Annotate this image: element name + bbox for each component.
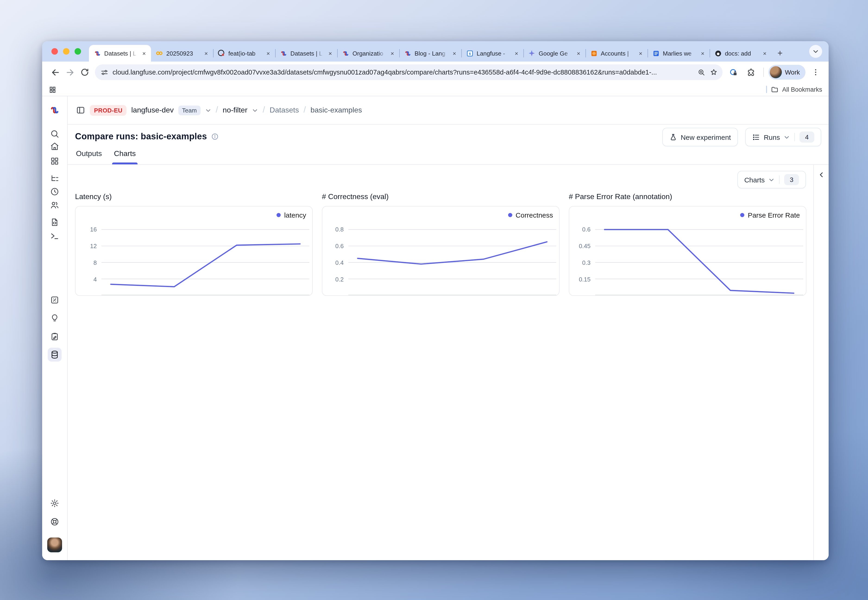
browser-menu-kebab-icon[interactable]: [808, 65, 823, 80]
y-tick-label: 0.8: [322, 226, 344, 233]
chart-legend: Correctness: [508, 211, 553, 219]
tab-close-icon[interactable]: ×: [699, 50, 706, 57]
sidebar-item-insights[interactable]: [48, 311, 62, 325]
page-header: Compare runs: basic-examples New experim…: [68, 124, 829, 148]
sidebar-item-support[interactable]: [48, 515, 62, 529]
minimize-window-button[interactable]: [63, 48, 70, 55]
view-tabs: Outputs Charts: [68, 148, 829, 165]
chart-card[interactable]: Parse Error Rate 0.60.450.30.15: [569, 206, 806, 296]
browser-tab[interactable]: Organizatio ×: [337, 45, 399, 62]
chart-card[interactable]: latency 161284: [75, 206, 313, 296]
tab-close-icon[interactable]: ×: [637, 50, 644, 57]
new-experiment-label: New experiment: [681, 133, 731, 141]
tab-close-icon[interactable]: ×: [140, 50, 148, 57]
sidebar-item-sessions[interactable]: [48, 185, 62, 198]
tab-close-icon[interactable]: ×: [264, 50, 272, 57]
browser-tab[interactable]: Blog - Lang ×: [399, 45, 461, 62]
tab-close-icon[interactable]: ×: [761, 50, 768, 57]
browser-tab[interactable]: 20250923 ×: [151, 45, 213, 62]
sidebar-item-search[interactable]: [48, 127, 62, 141]
org-chevron-down-icon[interactable]: [205, 107, 211, 113]
charts-panel: Charts 3 Latency (s) latency 161284 # Co…: [68, 165, 813, 560]
charts-selector-button[interactable]: Charts 3: [737, 171, 806, 188]
browser-tab[interactable]: Google Ge ×: [524, 45, 586, 62]
page-title: Compare runs: basic-examples: [75, 132, 207, 142]
flask-icon: [669, 133, 677, 141]
browser-tab[interactable]: Datasets | L ×: [275, 45, 337, 62]
profile-chip[interactable]: Work: [768, 65, 806, 80]
sidebar-item-prompts[interactable]: [48, 215, 62, 229]
sidebar-toggle-icon[interactable]: [76, 106, 85, 115]
browser-tab[interactable]: Accounts | ×: [586, 45, 648, 62]
tab-title: Langfuse -: [476, 50, 510, 57]
tab-close-icon[interactable]: ×: [202, 50, 210, 57]
sidebar-item-tracing[interactable]: [48, 172, 62, 186]
users-icon: [50, 200, 59, 210]
all-bookmarks-button[interactable]: All Bookmarks: [766, 85, 822, 93]
org-plan-badge: Team: [178, 105, 200, 115]
tab-search-chevron-icon[interactable]: [809, 45, 822, 58]
sidebar-item-annotation-queues[interactable]: [48, 330, 62, 344]
settings-icon: [50, 498, 59, 508]
chart-block: Latency (s) latency 161284: [75, 192, 313, 296]
legend-label: Parse Error Rate: [748, 211, 800, 219]
bookmarks-bar: All Bookmarks: [42, 83, 829, 96]
extensions-puzzle-icon[interactable]: [744, 65, 759, 80]
org-name[interactable]: langfuse-dev: [131, 106, 174, 114]
breadcrumb-current-item[interactable]: basic-examples: [311, 106, 362, 114]
extension-lock-icon[interactable]: [726, 65, 741, 80]
legend-dot: [277, 213, 281, 217]
breadcrumb-datasets-link[interactable]: Datasets: [270, 106, 299, 114]
zoom-page-icon[interactable]: [697, 68, 705, 76]
tab-outputs[interactable]: Outputs: [76, 148, 102, 164]
address-bar[interactable]: cloud.langfuse.com/project/cmfwgv8fx002o…: [95, 64, 722, 80]
tab-close-icon[interactable]: ×: [451, 50, 458, 57]
sidebar-item-playground[interactable]: [48, 229, 62, 243]
annotation-queues-icon: [50, 332, 59, 341]
chart-card[interactable]: Correctness 0.80.60.40.2: [322, 206, 560, 296]
collapse-panel-strip: [813, 165, 829, 560]
forward-button[interactable]: [62, 65, 77, 80]
tab-close-icon[interactable]: ×: [388, 50, 396, 57]
tab-favicon: 6: [466, 50, 473, 57]
info-icon[interactable]: [211, 133, 219, 140]
y-tick-label: 0.15: [569, 276, 590, 283]
project-name[interactable]: no-filter: [223, 106, 247, 114]
bookmark-star-icon[interactable]: [709, 68, 718, 76]
maximize-window-button[interactable]: [74, 48, 81, 55]
profile-name: Work: [785, 68, 800, 76]
browser-tab[interactable]: 6 Langfuse - ×: [461, 45, 524, 62]
back-button[interactable]: [48, 65, 62, 80]
reload-button[interactable]: [77, 65, 92, 80]
browser-tab[interactable]: Marlies we ×: [648, 45, 710, 62]
langfuse-logo: [48, 103, 62, 117]
tab-close-icon[interactable]: ×: [513, 50, 520, 57]
tab-close-icon[interactable]: ×: [326, 50, 334, 57]
y-tick-label: 0.6: [569, 226, 590, 233]
project-chevron-down-icon[interactable]: [252, 107, 258, 113]
sidebar-item-dashboards[interactable]: [48, 154, 62, 168]
site-info-icon[interactable]: [100, 68, 108, 76]
new-tab-button[interactable]: +: [774, 47, 786, 60]
window-controls: [52, 48, 81, 55]
browser-tab[interactable]: docs: add ×: [710, 45, 772, 62]
tab-charts[interactable]: Charts: [114, 148, 136, 164]
chart-legend: Parse Error Rate: [741, 211, 800, 219]
legend-label: latency: [284, 211, 306, 219]
new-experiment-button[interactable]: New experiment: [662, 128, 738, 146]
browser-tab[interactable]: Datasets | L ×: [89, 45, 151, 62]
collapse-panel-chevron-icon[interactable]: [818, 171, 825, 180]
close-window-button[interactable]: [52, 48, 58, 55]
sidebar-item-home[interactable]: [48, 139, 62, 153]
user-avatar[interactable]: [47, 538, 62, 552]
sidebar-item-datasets[interactable]: [48, 348, 62, 362]
tab-close-icon[interactable]: ×: [575, 50, 582, 57]
home-icon: [50, 142, 59, 151]
playground-icon: [50, 232, 59, 241]
browser-tab[interactable]: feat(io-tab ×: [213, 45, 275, 62]
sidebar-item-users[interactable]: [48, 198, 62, 212]
runs-selector-button[interactable]: Runs 4: [745, 128, 821, 146]
apps-grid-icon[interactable]: [49, 85, 56, 93]
sidebar-item-settings[interactable]: [48, 496, 62, 510]
sidebar-item-evaluators[interactable]: [48, 293, 62, 307]
